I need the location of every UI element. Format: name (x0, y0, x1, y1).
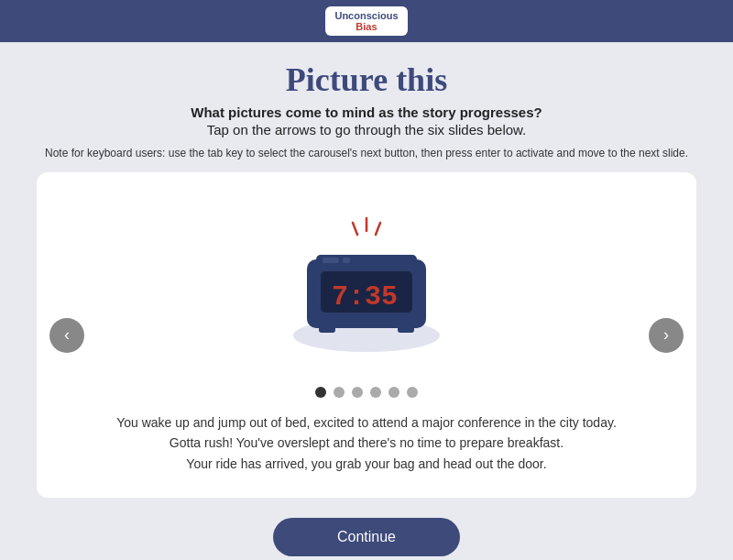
main-content: Picture this What pictures come to mind … (0, 42, 733, 560)
caption-line-1: You wake up and jump out of bed, excited… (116, 415, 617, 430)
keyboard-note: Note for keyboard users: use the tab key… (37, 147, 696, 159)
carousel: ‹ (37, 172, 696, 498)
svg-rect-11 (398, 325, 414, 333)
dot-1[interactable] (315, 387, 326, 398)
continue-wrapper: Continue (37, 518, 696, 560)
logo-bottom: Bias (356, 21, 377, 32)
svg-line-1 (353, 223, 357, 235)
carousel-dots (315, 387, 418, 398)
chevron-right-icon: › (663, 325, 669, 345)
dot-6[interactable] (407, 387, 418, 398)
page-subtitle2: Tap on the arrows to go through the six … (37, 122, 696, 137)
carousel-content: 7:35 You wake up (101, 191, 632, 479)
next-arrow-button[interactable]: › (649, 318, 684, 353)
dot-5[interactable] (388, 387, 399, 398)
logo-box: Unconscious Bias (325, 6, 407, 36)
app-header: Unconscious Bias (0, 0, 733, 42)
slide-caption: You wake up and jump out of bed, excited… (116, 412, 617, 474)
logo-top: Unconscious (334, 10, 398, 21)
page-subtitle: What pictures come to mind as the story … (37, 104, 696, 120)
caption-line-2: Gotta rush! You've overslept and there's… (170, 435, 563, 450)
svg-rect-9 (343, 258, 350, 263)
svg-rect-8 (323, 258, 339, 263)
continue-button[interactable]: Continue (273, 518, 460, 556)
clock-illustration: 7:35 (247, 200, 486, 365)
dot-4[interactable] (370, 387, 381, 398)
svg-rect-10 (319, 325, 335, 333)
caption-line-3: Your ride has arrived, you grab your bag… (186, 456, 546, 471)
svg-line-3 (376, 223, 380, 235)
page-title: Picture this (37, 60, 696, 99)
prev-arrow-button[interactable]: ‹ (49, 318, 84, 353)
dot-2[interactable] (334, 387, 345, 398)
svg-text:7:35: 7:35 (332, 281, 398, 313)
chevron-left-icon: ‹ (64, 325, 70, 345)
dot-3[interactable] (352, 387, 363, 398)
